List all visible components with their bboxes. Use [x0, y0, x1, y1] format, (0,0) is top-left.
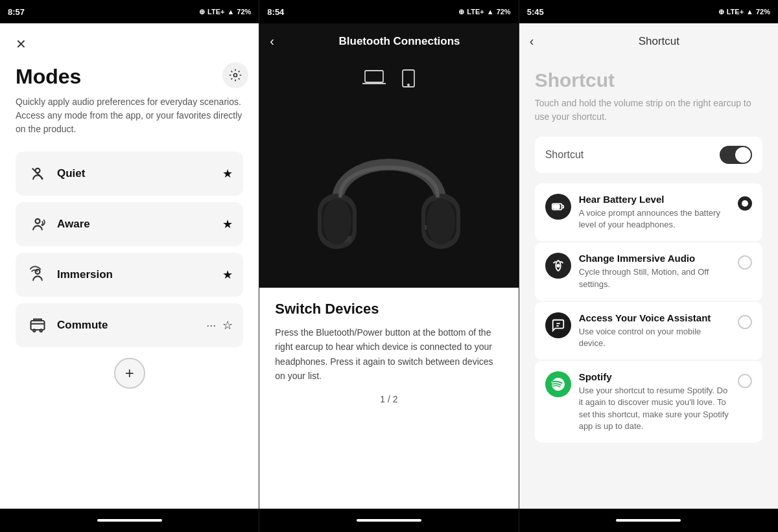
shortcut-desc: Touch and hold the volume strip on the r…	[535, 97, 762, 124]
back-button-3[interactable]: ‹	[530, 34, 550, 49]
status-icons-3: ⊕ LTE+ ▲ 72%	[718, 8, 770, 16]
lte-icon: LTE+	[207, 8, 224, 16]
mode-item-quiet[interactable]: Quiet ★	[16, 152, 243, 196]
quiet-label: Quiet	[57, 167, 222, 180]
battery-icon-3: 72%	[756, 8, 770, 16]
signal-icon: ▲	[227, 8, 234, 16]
spotify-option-icon	[545, 371, 571, 397]
svg-point-0	[234, 74, 237, 77]
pagination: 1 / 2	[275, 384, 502, 410]
spotify-icon	[550, 376, 566, 392]
modes-title: Modes	[16, 65, 243, 89]
commute-more[interactable]: ···	[206, 319, 216, 332]
svg-point-7	[40, 329, 43, 332]
spotify-radio[interactable]	[738, 374, 752, 388]
time-1: 8:57	[8, 7, 25, 17]
voice-radio[interactable]	[738, 315, 752, 329]
toggle-knob	[735, 147, 751, 163]
mode-item-aware[interactable]: Aware ★	[16, 202, 243, 246]
laptop-device[interactable]	[362, 69, 386, 87]
svg-point-17	[323, 198, 351, 245]
option-immersive[interactable]: Change Immersive Audio Cycle through Sti…	[535, 242, 762, 300]
immersion-label: Immersion	[57, 268, 222, 281]
bottom-bar-3	[519, 509, 778, 532]
gear-icon	[229, 69, 242, 82]
quiet-star[interactable]: ★	[222, 167, 233, 181]
svg-point-6	[33, 329, 36, 332]
mode-item-commute[interactable]: Commute ··· ☆	[16, 303, 243, 347]
close-button[interactable]: ✕	[10, 34, 31, 54]
svg-rect-5	[31, 321, 45, 330]
shortcut-toggle[interactable]	[720, 146, 752, 164]
battery-level-icon	[551, 200, 565, 214]
battery-radio[interactable]	[738, 196, 752, 211]
immersive-option-title: Change Immersive Audio	[579, 253, 730, 264]
headphone-svg: BOSE	[298, 100, 480, 281]
switch-devices-title: Switch Devices	[275, 301, 502, 318]
tablet-icon	[401, 69, 416, 87]
immersive-audio-icon	[551, 259, 565, 273]
voice-option-icon	[545, 312, 571, 338]
svg-rect-8	[365, 71, 383, 82]
battery-icon-2: 72%	[497, 8, 511, 16]
aware-icon	[26, 213, 49, 236]
commute-star[interactable]: ☆	[222, 318, 233, 332]
bluetooth-title: Bluetooth Connections	[290, 35, 508, 48]
commute-label: Commute	[57, 319, 206, 332]
headphone-image: BOSE	[259, 93, 518, 288]
battery-option-text: Hear Battery Level A voice prompt announ…	[579, 194, 730, 231]
quiet-icon	[26, 162, 49, 185]
bluetooth-header: ‹ Bluetooth Connections	[259, 23, 518, 59]
signal-icon-3: ▲	[746, 8, 753, 16]
shortcut-big-title: Shortcut	[535, 69, 762, 91]
signal-icon-2: ▲	[487, 8, 494, 16]
panel1-body: ✕ Modes Quickly apply audio preferences …	[0, 23, 259, 509]
modes-panel: 8:57 ⊕ LTE+ ▲ 72% ✕ Modes Quickly apply …	[0, 0, 259, 532]
battery-option-title: Hear Battery Level	[579, 194, 730, 205]
panel3-body: ‹ Shortcut Shortcut Touch and hold the v…	[519, 23, 778, 509]
svg-point-18	[427, 198, 455, 245]
battery-icon-1: 72%	[237, 8, 251, 16]
home-indicator-3	[616, 519, 681, 522]
commute-icon	[26, 314, 49, 337]
immersive-radio[interactable]	[738, 255, 752, 270]
tablet-device[interactable]	[401, 69, 416, 87]
svg-point-10	[408, 84, 409, 86]
spotify-option-text: Spotify Use your shortcut to resume Spot…	[579, 371, 730, 432]
status-bar-2: 8:54 ⊕ LTE+ ▲ 72%	[259, 0, 518, 23]
bottom-bar-2	[259, 509, 518, 532]
status-bar-3: 5:45 ⊕ LTE+ ▲ 72%	[519, 0, 778, 23]
status-icons-1: ⊕ LTE+ ▲ 72%	[199, 8, 251, 16]
immersion-star[interactable]: ★	[222, 268, 233, 282]
shortcut-toggle-row: Shortcut	[535, 137, 762, 173]
option-battery[interactable]: Hear Battery Level A voice prompt announ…	[535, 183, 762, 241]
immersion-icon	[26, 263, 49, 286]
mode-item-immersion[interactable]: Immersion ★	[16, 253, 243, 297]
voice-assistant-icon	[551, 318, 565, 332]
time-3: 5:45	[527, 7, 544, 17]
battery-option-desc: A voice prompt announces the battery lev…	[579, 207, 730, 231]
status-bar-1: 8:57 ⊕ LTE+ ▲ 72%	[0, 0, 259, 23]
back-button-2[interactable]: ‹	[270, 34, 290, 49]
time-2: 8:54	[267, 7, 284, 17]
battery-option-icon	[545, 194, 571, 220]
spotify-option-title: Spotify	[579, 371, 730, 382]
voice-option-text: Access Your Voice Assistant Use voice co…	[579, 312, 730, 349]
lte-icon-2: LTE+	[467, 8, 484, 16]
gear-button[interactable]	[222, 62, 248, 88]
home-indicator-1	[97, 519, 162, 522]
panel2-body: ‹ Bluetooth Connections	[259, 23, 518, 509]
aware-star[interactable]: ★	[222, 217, 233, 231]
option-spotify[interactable]: Spotify Use your shortcut to resume Spot…	[535, 361, 762, 443]
add-mode-button[interactable]: +	[114, 358, 145, 389]
shortcut-toggle-label: Shortcut	[545, 149, 584, 161]
shortcut-header-title: Shortcut	[550, 35, 768, 48]
voice-option-title: Access Your Voice Assistant	[579, 312, 730, 323]
aware-label: Aware	[57, 218, 222, 231]
bluetooth-panel: 8:54 ⊕ LTE+ ▲ 72% ‹ Bluetooth Connection…	[259, 0, 518, 532]
modes-description: Quickly apply audio preferences for ever…	[16, 95, 243, 136]
immersive-option-text: Change Immersive Audio Cycle through Sti…	[579, 253, 730, 290]
shortcut-panel: 5:45 ⊕ LTE+ ▲ 72% ‹ Shortcut Shortcut To…	[519, 0, 778, 532]
bluetooth-icon: ⊕	[199, 8, 205, 16]
option-voice[interactable]: Access Your Voice Assistant Use voice co…	[535, 302, 762, 360]
